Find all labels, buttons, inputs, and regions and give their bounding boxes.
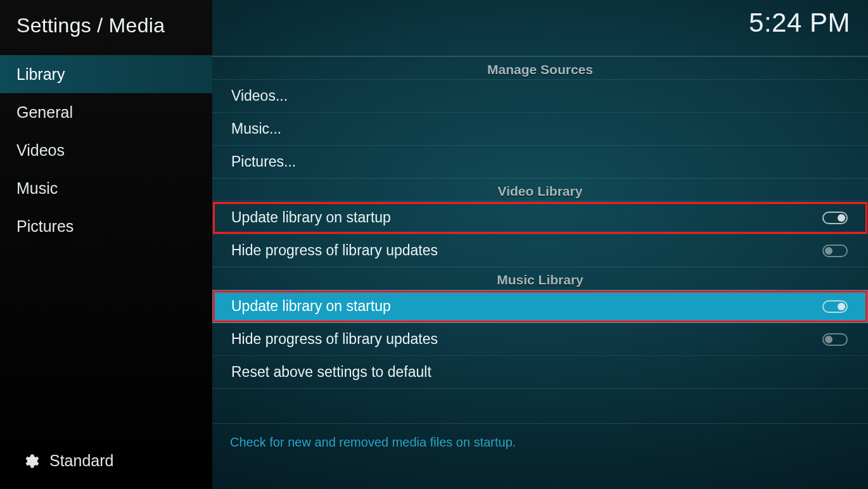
clock: 5:24 PM [749, 8, 850, 38]
sidebar-item-pictures[interactable]: Pictures [0, 207, 212, 245]
section-header-music-library: Music Library [212, 267, 868, 290]
help-text: Check for new and removed media files on… [230, 435, 516, 450]
row-reset-defaults[interactable]: Reset above settings to default [212, 356, 868, 389]
row-video-update-on-startup[interactable]: Update library on startup [212, 201, 868, 234]
row-label: Reset above settings to default [231, 364, 849, 381]
sidebar-item-general[interactable]: General [0, 93, 212, 131]
row-label: Music... [231, 120, 849, 137]
row-label: Hide progress of library updates [231, 331, 822, 348]
toggle-music-hide-progress[interactable] [822, 333, 848, 346]
section-header-video-library: Video Library [212, 179, 868, 201]
help-footer: Check for new and removed media files on… [212, 423, 868, 489]
section-header-manage-sources: Manage Sources [212, 57, 868, 80]
main-panel: 5:24 PM Manage Sources Videos... Music..… [212, 0, 868, 489]
row-label: Pictures... [231, 153, 849, 170]
sidebar: Settings / Media Library General Videos … [0, 0, 212, 489]
gear-icon [22, 452, 39, 470]
toggle-video-hide-progress[interactable] [822, 244, 848, 257]
row-video-hide-progress[interactable]: Hide progress of library updates [212, 234, 868, 267]
toggle-video-update-on-startup[interactable] [822, 212, 848, 224]
row-pictures-source[interactable]: Pictures... [212, 146, 868, 179]
breadcrumb: Settings / Media [0, 0, 212, 55]
sidebar-item-videos[interactable]: Videos [0, 131, 212, 169]
row-music-source[interactable]: Music... [212, 113, 868, 146]
row-label: Update library on startup [231, 209, 822, 226]
row-label: Hide progress of library updates [231, 242, 822, 259]
row-label: Videos... [231, 87, 849, 105]
settings-level-label: Standard [49, 452, 113, 470]
row-music-hide-progress[interactable]: Hide progress of library updates [212, 323, 868, 356]
row-label: Update library on startup [231, 298, 822, 315]
sidebar-items: Library General Videos Music Pictures [0, 55, 212, 245]
settings-level[interactable]: Standard [0, 452, 212, 470]
row-videos-source[interactable]: Videos... [212, 80, 868, 113]
settings-content: Manage Sources Videos... Music... Pictur… [212, 57, 868, 423]
toggle-music-update-on-startup[interactable] [822, 300, 848, 313]
sidebar-item-library[interactable]: Library [0, 55, 212, 93]
row-music-update-on-startup[interactable]: Update library on startup [212, 290, 868, 323]
sidebar-item-music[interactable]: Music [0, 169, 212, 207]
